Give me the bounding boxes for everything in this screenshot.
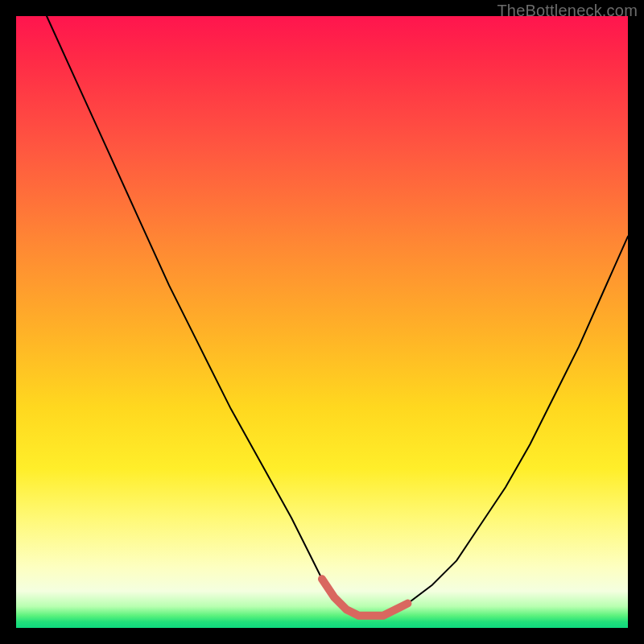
chart-frame: TheBottleneck.com [0,0,644,644]
chart-svg [16,16,628,628]
highlight-segment [322,579,407,616]
main-curve [47,16,628,616]
plot-area [16,16,628,628]
watermark-text: TheBottleneck.com [497,2,638,20]
